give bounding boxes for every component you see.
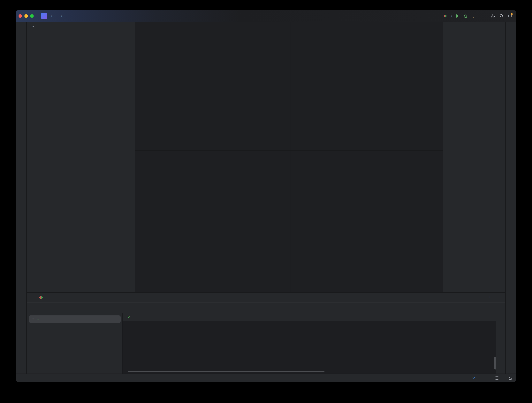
run-toolbar — [27, 302, 505, 313]
close-window-button[interactable] — [19, 14, 22, 18]
console-h-scrollbar[interactable] — [128, 371, 324, 372]
robot-icon[interactable] — [495, 377, 499, 380]
status-bar: V — [16, 374, 516, 382]
maven-tool-window — [443, 22, 505, 292]
close-icon[interactable] — [47, 293, 54, 302]
minimize-window-button[interactable] — [24, 14, 28, 18]
search-icon[interactable] — [499, 14, 504, 18]
maven-panel-header — [443, 22, 505, 30]
app-logo — [41, 13, 47, 19]
chevron-down-icon: ▾ — [31, 318, 35, 321]
run-options-menu[interactable]: ⋮ — [488, 295, 492, 300]
ide-window: ▾ ▾ ▾ ⋮ ⚙ ▾ — [16, 10, 516, 382]
check-icon: ✓ — [128, 315, 131, 319]
editor-tests — [135, 22, 291, 150]
run-tab[interactable] — [39, 293, 54, 302]
console-toolbar — [496, 321, 505, 374]
right-tool-stripe — [505, 22, 516, 374]
screen: ▾ ▾ ▾ ⋮ ⚙ ▾ — [0, 0, 532, 403]
unlock-icon[interactable] — [509, 378, 512, 380]
more-actions-menu[interactable]: ⋮ — [471, 14, 475, 18]
test-tree-row[interactable]: ▾ ✓ — [29, 315, 120, 323]
console-area: ✓ — [123, 313, 505, 374]
chevron-down-icon: ▾ — [32, 25, 34, 28]
run-tab-underline — [47, 302, 118, 302]
maven-toolbar — [443, 30, 505, 33]
v-logo-icon[interactable]: V — [472, 376, 475, 380]
editor-pom — [135, 150, 291, 292]
editor-usermapper — [291, 22, 443, 150]
chevron-down-icon: ▾ — [51, 14, 52, 18]
junit-config-icon — [443, 14, 447, 18]
chevron-down-icon: ▾ — [451, 14, 452, 18]
settings-gear-icon[interactable]: ⚙ — [508, 14, 512, 18]
project-panel-header[interactable]: ▾ — [27, 22, 135, 32]
add-user-icon[interactable] — [490, 14, 495, 18]
test-summary: ✓ — [123, 313, 505, 320]
junit-icon — [39, 296, 43, 299]
debug-icon[interactable] — [463, 14, 468, 18]
title-bar: ▾ ▾ ▾ ⋮ ⚙ — [16, 10, 516, 22]
hide-panel-button[interactable]: — — [497, 295, 501, 300]
zoom-window-button[interactable] — [30, 14, 34, 18]
run-tab-row: ⋮ — — [27, 293, 505, 302]
editor-user — [291, 150, 443, 292]
run-button[interactable] — [456, 14, 459, 18]
console-output[interactable] — [123, 321, 496, 374]
project-tool-window: ▾ — [27, 22, 135, 292]
chevron-down-icon: ▾ — [61, 14, 62, 18]
console-v-scrollbar[interactable] — [494, 357, 496, 370]
run-tool-window: ⋮ — ▾ ✓ ✓ — [27, 292, 505, 374]
test-passed-icon: ✓ — [37, 317, 40, 321]
test-results-tree: ▾ ✓ — [27, 313, 123, 374]
left-tool-stripe — [16, 22, 27, 374]
